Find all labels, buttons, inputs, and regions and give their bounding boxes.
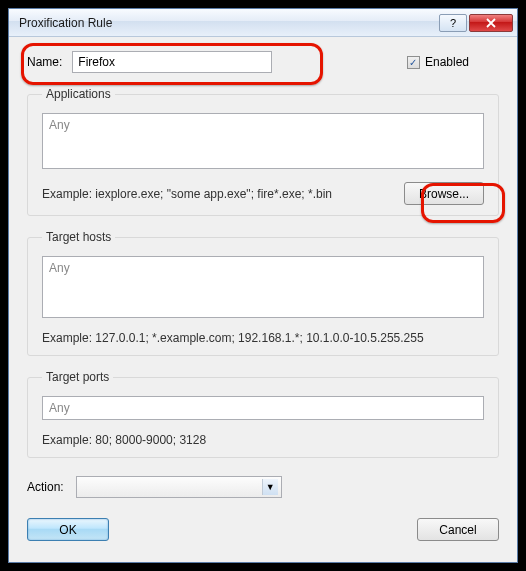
name-input[interactable] [72, 51, 272, 73]
titlebar-title: Proxification Rule [19, 16, 437, 30]
button-row: OK Cancel [27, 518, 499, 541]
applications-example: Example: iexplore.exe; "some app.exe"; f… [42, 187, 332, 201]
enabled-label: Enabled [425, 55, 469, 69]
dialog-window: Proxification Rule ? Name: ✓ Enabled App… [8, 8, 518, 563]
target-ports-group: Target ports Example: 80; 8000-9000; 312… [27, 370, 499, 458]
action-select[interactable]: ▼ [76, 476, 282, 498]
target-ports-input[interactable] [42, 396, 484, 420]
action-label: Action: [27, 480, 64, 494]
target-ports-legend: Target ports [42, 370, 113, 384]
name-row: Name: ✓ Enabled [27, 51, 499, 73]
titlebar[interactable]: Proxification Rule ? [9, 9, 517, 37]
chevron-down-icon: ▼ [262, 479, 278, 495]
dialog-content: Name: ✓ Enabled Applications Example: ie… [9, 37, 517, 562]
close-button[interactable] [469, 14, 513, 32]
applications-group: Applications Example: iexplore.exe; "som… [27, 87, 499, 216]
enabled-checkbox[interactable]: ✓ [407, 56, 420, 69]
ok-button[interactable]: OK [27, 518, 109, 541]
target-ports-example: Example: 80; 8000-9000; 3128 [42, 433, 484, 447]
cancel-button[interactable]: Cancel [417, 518, 499, 541]
name-label: Name: [27, 55, 62, 69]
enabled-wrap: ✓ Enabled [407, 55, 469, 69]
target-hosts-example: Example: 127.0.0.1; *.example.com; 192.1… [42, 331, 484, 345]
applications-legend: Applications [42, 87, 115, 101]
close-icon [486, 18, 496, 28]
help-button[interactable]: ? [439, 14, 467, 32]
applications-input[interactable] [42, 113, 484, 169]
action-row: Action: ▼ [27, 476, 499, 498]
target-hosts-input[interactable] [42, 256, 484, 318]
target-hosts-group: Target hosts Example: 127.0.0.1; *.examp… [27, 230, 499, 356]
browse-button[interactable]: Browse... [404, 182, 484, 205]
target-hosts-legend: Target hosts [42, 230, 115, 244]
